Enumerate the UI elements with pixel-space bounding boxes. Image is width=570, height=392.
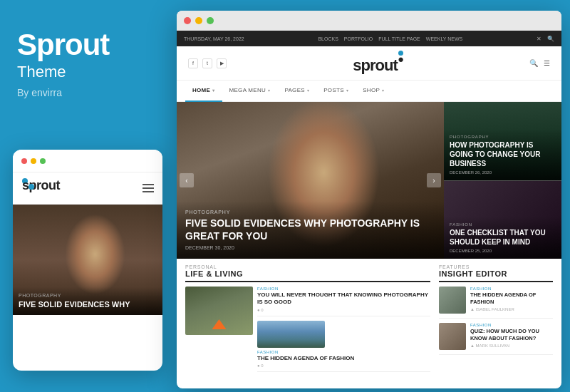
brand-subtitle: Theme: [17, 63, 160, 81]
nav-item-shop[interactable]: SHOP ▾: [356, 81, 391, 102]
mobile-dot-yellow: [31, 158, 36, 164]
life-living-section: PERSONAL LIFE & LIVING FASHION YOU WILL …: [185, 264, 430, 372]
ll-article-1: FASHION YOU WILL NEVER THOUGHT THAT KNOW…: [257, 287, 430, 316]
life-living-label: PERSONAL: [185, 264, 430, 269]
hamburger-icon[interactable]: [142, 184, 154, 192]
insight-content-1: FASHION THE HIDDEN AGENDA OF FASHION ▲ I…: [470, 287, 553, 314]
brand-title: Sprout: [17, 29, 160, 61]
site-topbar: THURSDAY, MAY 26, 2022 BLOCKS PORTFOLIO …: [177, 31, 561, 46]
titlebar-dot-yellow[interactable]: [195, 17, 202, 24]
nav-arrow-megamenu: ▾: [268, 88, 270, 93]
mobile-logo-dot: [28, 184, 34, 190]
insight-article-title-1[interactable]: THE HIDDEN AGENDA OF FASHION: [470, 292, 553, 306]
left-panel: Sprout Theme By envirra sprout PHOTOGR: [0, 0, 177, 392]
twitter-icon[interactable]: t: [202, 58, 212, 68]
ll-title-2[interactable]: THE HIDDEN AGENDA OF FASHION: [257, 355, 430, 362]
logo-dot: •: [398, 51, 403, 56]
titlebar-dot-red[interactable]: [184, 17, 191, 24]
mobile-header: sprout: [13, 172, 162, 205]
insight-editor-section: FEATURES INSIGHT EDITOR FASHION THE HIDD…: [439, 264, 553, 372]
ll-articles: FASHION YOU WILL NEVER THOUGHT THAT KNOW…: [257, 287, 430, 372]
hero-side-cat-2: FASHION: [450, 222, 556, 227]
titlebar-dot-green[interactable]: [207, 17, 214, 24]
topbar-date: THURSDAY, MAY 26, 2022: [184, 36, 244, 41]
hero-main-card: ‹ › PHOTOGRAPHY FIVE SOLID EVIDENCES WHY…: [177, 102, 444, 259]
insight-label: FEATURES: [439, 264, 553, 269]
facebook-icon[interactable]: f: [188, 58, 198, 68]
ll-image-campfire: [185, 287, 253, 335]
insight-img-2: [439, 323, 466, 350]
nav-item-pages[interactable]: PAGES ▾: [277, 81, 316, 102]
insight-cat-1: FASHION: [470, 287, 553, 291]
mobile-dot-red: [21, 158, 27, 164]
topbar-icon-x[interactable]: ✕: [537, 36, 542, 42]
insight-article-title-2[interactable]: QUIZ: HOW MUCH DO YOU KNOW ABOUT FASHION…: [470, 328, 553, 342]
hero-side-title-2: ONE CHECKLIST THAT YOU SHOULD KEEP IN MI…: [450, 228, 556, 247]
window-titlebar: [177, 11, 561, 31]
ll-img-camp-bg: [185, 287, 253, 335]
mobile-preview: sprout PHOTOGRAPHY FIVE SOLID EVIDENCES …: [13, 150, 162, 371]
ll-meta-1: ● 0: [257, 308, 430, 312]
header-search-icon[interactable]: 🔍: [529, 59, 538, 67]
insight-cat-2: FASHION: [470, 323, 553, 327]
topbar-nav-weekly[interactable]: WEEKLY NEWS: [426, 36, 462, 41]
topbar-nav-portfolio[interactable]: PORTFOLIO: [344, 36, 373, 41]
mobile-hero-category: PHOTOGRAPHY: [19, 293, 157, 298]
life-living-title: LIFE & LIVING: [185, 269, 430, 282]
hero-side-card-2: FASHION ONE CHECKLIST THAT YOU SHOULD KE…: [444, 181, 561, 259]
desktop-window: THURSDAY, MAY 26, 2022 BLOCKS PORTFOLIO …: [177, 11, 561, 388]
youtube-icon[interactable]: ▶: [217, 58, 227, 68]
ll-image-mountain: [257, 321, 325, 348]
brand-by: By envirra: [17, 87, 160, 98]
hero-side-cat-1: PHOTOGRAPHY: [450, 135, 556, 139]
mobile-hero-overlay: PHOTOGRAPHY FIVE SOLID EVIDENCES WHY: [13, 287, 162, 315]
life-living-cards: FASHION YOU WILL NEVER THOUGHT THAT KNOW…: [185, 287, 430, 372]
ll-cat-2: FASHION: [257, 350, 430, 354]
hero-prev-button[interactable]: ‹: [180, 173, 194, 187]
mobile-topbar: [13, 150, 162, 172]
ll-img-mountain-bg: [257, 321, 325, 348]
topbar-nav-blocks[interactable]: BLOCKS: [318, 36, 338, 41]
insight-article-2: FASHION QUIZ: HOW MUCH DO YOU KNOW ABOUT…: [439, 323, 553, 355]
mobile-logo: sprout: [21, 178, 34, 198]
nav-item-posts[interactable]: POSTS ▾: [316, 81, 356, 102]
ll-title-1[interactable]: YOU WILL NEVER THOUGHT THAT KNOWING PHOT…: [257, 292, 430, 306]
mobile-dot-green: [40, 158, 46, 164]
hero-main-category: PHOTOGRAPHY: [185, 210, 435, 215]
ll-article-2: FASHION THE HIDDEN AGENDA OF FASHION ● 0: [257, 321, 430, 372]
hero-main-overlay: PHOTOGRAPHY FIVE SOLID EVIDENCES WHY PHO…: [177, 201, 444, 259]
nav-item-megamenu[interactable]: MEGA MENU ▾: [222, 81, 278, 102]
mobile-window-dots: [21, 158, 46, 164]
hero-side-overlay-1: PHOTOGRAPHY HOW PHOTOGRAPHY IS GOING TO …: [444, 129, 561, 180]
header-right-icons: 🔍 ☰: [529, 59, 550, 67]
hero-side-overlay-2: FASHION ONE CHECKLIST THAT YOU SHOULD KE…: [444, 217, 561, 259]
ll-meta-2: ● 0: [257, 363, 430, 368]
topbar-nav-fulltitle[interactable]: FULL TITLE PAGE: [378, 36, 420, 41]
insight-content-2: FASHION QUIZ: HOW MUCH DO YOU KNOW ABOUT…: [470, 323, 553, 350]
content-row: PERSONAL LIFE & LIVING FASHION YOU WILL …: [177, 259, 561, 378]
insight-title: INSIGHT EDITOR: [439, 269, 553, 282]
hero-side-title-1: HOW PHOTOGRAPHY IS GOING TO CHANGE YOUR …: [450, 140, 556, 168]
insight-author-1: ▲ ISABEL FAULKNER: [470, 307, 553, 311]
insight-article-1: FASHION THE HIDDEN AGENDA OF FASHION ▲ I…: [439, 287, 553, 319]
header-menu-icon[interactable]: ☰: [544, 59, 550, 67]
hero-section: ‹ › PHOTOGRAPHY FIVE SOLID EVIDENCES WHY…: [177, 102, 561, 259]
topbar-icon-search[interactable]: 🔍: [547, 36, 554, 42]
hero-sidebar: PHOTOGRAPHY HOW PHOTOGRAPHY IS GOING TO …: [444, 102, 561, 259]
nav-arrow-shop: ▾: [382, 88, 384, 93]
topbar-right: ✕ 🔍: [537, 36, 554, 42]
mobile-hero-image: PHOTOGRAPHY FIVE SOLID EVIDENCES WHY: [13, 205, 162, 315]
topbar-nav: BLOCKS PORTFOLIO FULL TITLE PAGE WEEKLY …: [318, 36, 462, 41]
hero-side-date-1: DECEMBER 26, 2020: [450, 170, 556, 175]
nav-item-home[interactable]: HOME ▾: [185, 81, 222, 102]
nav-arrow-pages: ▾: [307, 88, 309, 93]
insight-articles: FASHION THE HIDDEN AGENDA OF FASHION ▲ I…: [439, 287, 553, 355]
hero-side-card-1: PHOTOGRAPHY HOW PHOTOGRAPHY IS GOING TO …: [444, 102, 561, 181]
insight-img-1: [439, 287, 466, 314]
hero-main-title: FIVE SOLID EVIDENCES WHY PHOTOGRAPHY IS …: [185, 217, 435, 242]
hero-side-date-2: DECEMBER 25, 2020: [450, 249, 556, 253]
site-header: f t ▶ sprout• 🔍 ☰: [177, 46, 561, 81]
site-logo: sprout•: [353, 51, 403, 75]
hero-next-button[interactable]: ›: [427, 173, 441, 187]
nav-arrow-posts: ▾: [346, 88, 348, 93]
